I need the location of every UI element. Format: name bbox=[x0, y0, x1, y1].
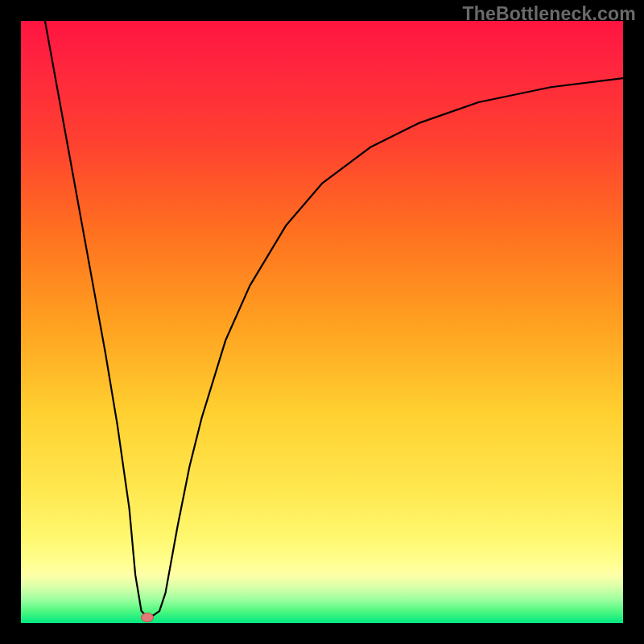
minimum-marker bbox=[141, 613, 154, 622]
bottleneck-curve bbox=[21, 21, 623, 623]
chart-frame: TheBottleneck.com bbox=[0, 0, 644, 644]
watermark-text: TheBottleneck.com bbox=[462, 3, 636, 25]
plot-area bbox=[21, 21, 623, 623]
